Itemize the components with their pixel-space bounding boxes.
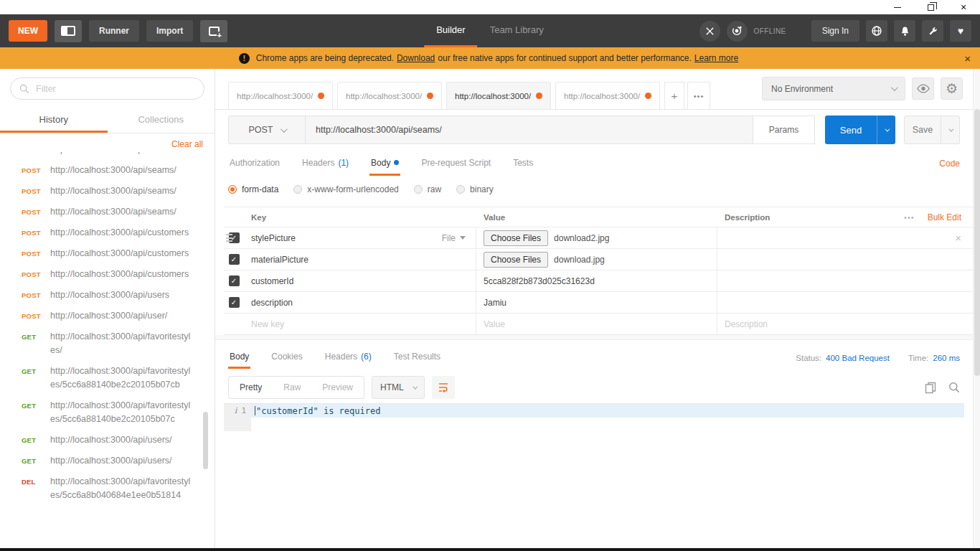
import-button[interactable]: Import — [146, 20, 193, 42]
download-link[interactable]: Download — [397, 53, 435, 63]
response-view-button[interactable]: Preview — [311, 377, 364, 398]
key-cell[interactable]: stylePicture — [251, 233, 296, 243]
history-item[interactable]: POST http://localhost:3000/api/customers — [0, 243, 215, 264]
body-mode-option[interactable]: raw — [414, 184, 441, 194]
search-response-icon[interactable] — [948, 382, 960, 393]
save-options-button[interactable] — [941, 116, 960, 144]
value-cell[interactable]: Jamiu — [484, 298, 507, 308]
table-row[interactable]: ✓ materialPicture Choose Files download.… — [224, 249, 973, 270]
choose-files-button[interactable]: Choose Files — [484, 252, 548, 268]
filter-input[interactable] — [36, 84, 195, 94]
history-item[interactable]: GET http://localhost:3000/api/favoritest… — [0, 395, 215, 430]
response-view-button[interactable]: Pretty — [229, 377, 273, 398]
history-item[interactable]: POST http://localhost:3000/api/seams/ — [0, 181, 215, 202]
new-row[interactable]: New key Value Description — [224, 314, 973, 335]
capture-requests-button[interactable] — [699, 21, 720, 42]
favorites-button[interactable] — [950, 20, 971, 42]
close-window-button[interactable]: × — [947, 0, 980, 14]
table-row[interactable]: ✓ customerId 5cca828f2b873d025c31623d — [224, 270, 973, 292]
request-tab[interactable]: http://localhost:3000/ — [446, 82, 551, 109]
more-tabs-button[interactable]: ••• — [687, 82, 710, 109]
new-tab-button[interactable]: + — [664, 82, 684, 109]
choose-files-button[interactable]: Choose Files — [484, 230, 548, 246]
send-button[interactable]: Send — [825, 116, 877, 144]
learn-more-link[interactable]: Learn more — [694, 53, 738, 63]
tab-collections[interactable]: Collections — [108, 107, 215, 133]
history-item[interactable]: GET http://localhost:3000/api/users/ — [0, 430, 215, 451]
key-cell[interactable]: customerId — [251, 276, 293, 286]
sidebar-toggle-button[interactable] — [55, 20, 82, 42]
send-options-button[interactable] — [877, 116, 895, 144]
new-key-placeholder[interactable]: New key — [251, 319, 284, 329]
drag-handle-icon[interactable] — [226, 234, 232, 242]
body-mode-option[interactable]: binary — [456, 184, 494, 194]
row-checkbox[interactable]: ✓ — [229, 297, 240, 308]
settings-wrench-button[interactable] — [922, 20, 943, 42]
value-type-select[interactable]: File — [442, 233, 466, 243]
tab-builder[interactable]: Builder — [424, 14, 477, 47]
notifications-button[interactable] — [894, 20, 915, 42]
request-tab[interactable]: http://localhost:3000/ — [555, 82, 660, 109]
history-item[interactable]: POST http://localhost:3000/api/seams/ — [0, 202, 215, 222]
copy-icon[interactable] — [925, 382, 936, 394]
history-item[interactable]: POST http://localhost:3000/api/customers — [0, 222, 215, 243]
body-mode-option[interactable]: form-data — [228, 184, 278, 194]
table-row[interactable]: ✓ description Jamiu — [224, 292, 973, 314]
interceptor-button[interactable] — [727, 21, 748, 42]
history-item[interactable]: GET http://localhost:3000/api/users/ — [0, 451, 215, 471]
code-link[interactable]: Code — [939, 159, 960, 169]
line-info-icon[interactable]: i — [235, 406, 237, 415]
history-item[interactable]: http://localhost:3000/api/seams/ — [0, 152, 215, 160]
bulk-edit-link[interactable]: Bulk Edit — [928, 212, 961, 222]
history-item[interactable]: POST http://localhost:3000/api/user/ — [0, 306, 215, 326]
status-value[interactable]: 400 Bad Request — [826, 354, 890, 362]
request-tab[interactable]: http://localhost:3000/ — [337, 82, 442, 109]
request-section-tab[interactable]: Authorization — [228, 151, 281, 176]
new-value-placeholder[interactable]: Value — [484, 319, 505, 329]
value-cell[interactable]: 5cca828f2b873d025c31623d — [484, 276, 595, 286]
response-tab[interactable]: Cookies — [270, 347, 303, 369]
request-section-tab[interactable]: Tests — [512, 151, 534, 176]
sign-in-button[interactable]: Sign In — [811, 20, 859, 42]
url-input[interactable] — [306, 116, 753, 144]
page-scrollbar-track[interactable] — [973, 69, 980, 548]
request-section-tab[interactable]: Pre-request Script — [420, 151, 492, 176]
tab-history[interactable]: History — [0, 107, 108, 133]
clear-all-link[interactable]: Clear all — [0, 133, 215, 152]
method-select[interactable]: POST — [228, 116, 306, 144]
new-window-button[interactable] — [200, 20, 227, 42]
response-tab[interactable]: Test Results — [392, 347, 442, 369]
environment-select[interactable]: No Environment — [762, 77, 905, 100]
history-item[interactable]: GET http://localhost:3000/api/favoritest… — [0, 326, 215, 361]
description-cell[interactable] — [717, 227, 973, 248]
globe-button[interactable] — [866, 20, 887, 42]
history-item[interactable]: POST http://localhost:3000/api/users — [0, 285, 215, 306]
more-options-button[interactable]: ••• — [904, 213, 915, 222]
history-item[interactable]: GET http://localhost:3000/api/favoritest… — [0, 361, 215, 395]
history-item[interactable]: POST http://localhost:3000/api/seams/ — [0, 160, 215, 181]
request-section-tab[interactable]: Body — [369, 151, 400, 176]
response-tab[interactable]: Body — [228, 347, 250, 369]
delete-row-button[interactable]: × — [955, 232, 961, 244]
request-section-tab[interactable]: Headers (1) — [301, 151, 350, 176]
tab-team-library[interactable]: Team Library — [478, 14, 556, 47]
page-scrollbar-thumb[interactable] — [974, 109, 980, 376]
response-view-button[interactable]: Raw — [273, 377, 311, 398]
time-value[interactable]: 260 ms — [933, 354, 960, 362]
description-cell[interactable] — [717, 249, 973, 270]
request-tab[interactable]: http://localhost:3000/ — [228, 82, 333, 109]
history-item[interactable]: POST http://localhost:3000/api/customers — [0, 264, 215, 285]
new-button[interactable]: NEW — [9, 20, 47, 42]
key-cell[interactable]: description — [251, 298, 293, 308]
environment-quick-look-button[interactable] — [912, 77, 934, 100]
format-select[interactable]: HTML — [372, 376, 425, 399]
wrap-text-button[interactable] — [432, 376, 455, 399]
params-button[interactable]: Params — [753, 116, 815, 144]
response-body-viewer[interactable]: i 1 "customerId" is required — [224, 403, 964, 548]
description-cell[interactable] — [717, 292, 973, 313]
save-button[interactable]: Save — [904, 116, 941, 144]
response-tab[interactable]: Headers (6) — [324, 347, 373, 369]
history-item[interactable]: DEL http://localhost:3000/api/favoritest… — [0, 471, 215, 506]
settings-button[interactable] — [941, 77, 963, 100]
key-cell[interactable]: materialPicture — [251, 255, 308, 265]
